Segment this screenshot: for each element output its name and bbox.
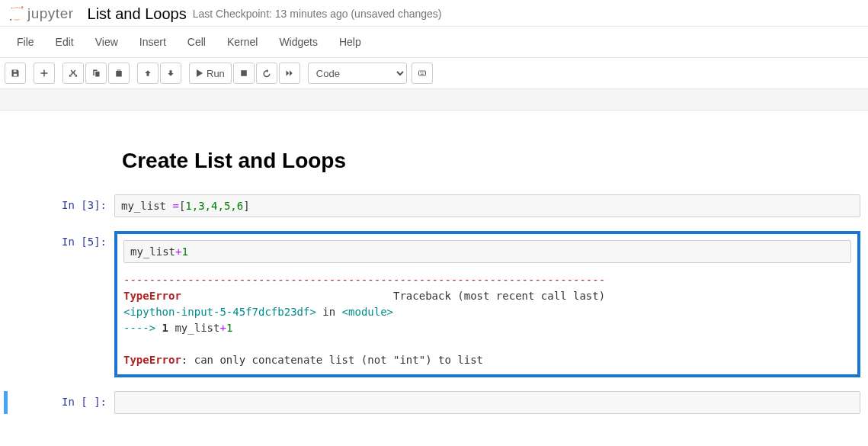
cell-type-select[interactable]: Code	[308, 63, 407, 84]
plus-icon	[40, 69, 49, 78]
restart-icon	[262, 69, 271, 78]
cell-prompt: In [ ]:	[8, 391, 114, 414]
notebook-area: Create List and Loops In [3]: my_list =[…	[0, 111, 868, 435]
arrow-down-icon	[166, 69, 175, 78]
header: jupyter List and Loops Last Checkpoint: …	[0, 0, 868, 27]
paste-button[interactable]	[108, 63, 130, 84]
arrow-up-icon	[143, 69, 152, 78]
run-label: Run	[207, 68, 225, 79]
copy-button[interactable]	[85, 63, 107, 84]
checkpoint-text: Last Checkpoint: 13 minutes ago (unsaved…	[193, 8, 442, 20]
menu-widgets[interactable]: Widgets	[273, 33, 324, 51]
save-button[interactable]	[5, 63, 26, 84]
menu-help[interactable]: Help	[333, 33, 367, 51]
svg-point-2	[11, 7, 13, 8]
restart-run-all-button[interactable]	[279, 63, 300, 84]
cell-prompt: In [5]:	[8, 231, 114, 377]
svg-rect-7	[421, 72, 422, 73]
cell-prompt: In [3]:	[8, 194, 114, 217]
cell-input[interactable]: my_list+1	[123, 240, 851, 263]
notebook-heading: Create List and Loops	[122, 149, 860, 173]
menu-insert[interactable]: Insert	[133, 33, 172, 51]
svg-rect-9	[424, 72, 424, 73]
toolbar: Run Code	[0, 58, 868, 89]
clipboard-icon	[114, 69, 123, 78]
svg-rect-4	[418, 71, 425, 75]
save-icon	[11, 69, 20, 78]
code-cell[interactable]: In [ ]:	[4, 391, 860, 414]
code-cell[interactable]: In [5]: my_list+1 ----------------------…	[8, 231, 860, 377]
menu-edit[interactable]: Edit	[50, 33, 80, 51]
move-down-button[interactable]	[160, 63, 181, 84]
notebook-title[interactable]: List and Loops	[88, 5, 187, 23]
jupyter-logo-text: jupyter	[27, 5, 74, 22]
restart-button[interactable]	[256, 63, 277, 84]
code-cell[interactable]: In [3]: my_list =[1,3,4,5,6]	[8, 194, 860, 217]
copy-icon	[91, 69, 101, 78]
add-cell-button[interactable]	[34, 63, 55, 84]
run-button[interactable]: Run	[189, 63, 232, 84]
cut-button[interactable]	[62, 63, 84, 84]
stop-icon	[239, 69, 248, 78]
svg-rect-6	[420, 72, 421, 73]
move-up-button[interactable]	[137, 63, 159, 84]
cell-output-error: ----------------------------------------…	[123, 266, 851, 368]
cell-input[interactable]: my_list =[1,3,4,5,6]	[114, 194, 860, 217]
menubar: File Edit View Insert Cell Kernel Widget…	[0, 27, 868, 58]
menu-cell[interactable]: Cell	[181, 33, 212, 51]
command-palette-button[interactable]	[412, 63, 433, 84]
strip-bar	[0, 89, 868, 111]
keyboard-icon	[418, 69, 427, 78]
jupyter-logo-icon	[8, 5, 26, 23]
menu-kernel[interactable]: Kernel	[221, 33, 264, 51]
play-icon	[196, 69, 203, 77]
scissors-icon	[69, 69, 78, 78]
cell-input[interactable]	[114, 391, 860, 414]
menu-view[interactable]: View	[89, 33, 124, 51]
svg-point-1	[10, 19, 11, 21]
svg-rect-5	[421, 74, 424, 75]
jupyter-logo[interactable]: jupyter	[8, 5, 74, 23]
fast-forward-icon	[285, 69, 294, 78]
menu-file[interactable]: File	[11, 33, 40, 51]
stop-button[interactable]	[233, 63, 255, 84]
svg-rect-8	[422, 72, 423, 73]
svg-rect-3	[241, 70, 247, 76]
svg-point-0	[21, 6, 24, 8]
